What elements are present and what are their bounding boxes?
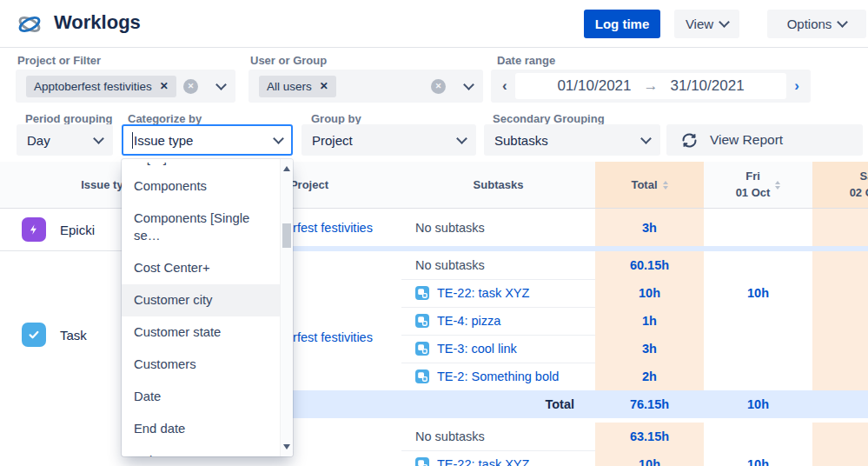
remove-tag-icon[interactable]: ✕	[160, 80, 169, 92]
categorize-by-select[interactable]: Issue type	[122, 124, 293, 156]
total-hours-cell: 3h	[595, 209, 704, 246]
subtask-cell: No subtasks	[401, 209, 595, 246]
total-hours-cell: 63.15h	[595, 423, 704, 450]
period-grouping-value: Day	[27, 133, 50, 148]
dropdown-scrollbar[interactable]	[280, 159, 293, 456]
refresh-icon	[680, 131, 699, 150]
view-report-button[interactable]: View Report	[666, 124, 863, 156]
dropdown-option[interactable]: End date	[122, 413, 280, 445]
scrollbar-thumb[interactable]	[282, 223, 291, 248]
dropdown-option-label: Cost Center+	[134, 261, 210, 275]
sat-hours-cell	[812, 450, 868, 466]
text-cursor	[132, 132, 133, 149]
issue-type-label: Epicki	[60, 223, 95, 237]
dropdown-option-list: …[…] Components Components [Single se… C…	[122, 159, 280, 456]
dropdown-option-label: Components [Single se…	[134, 211, 249, 243]
chevron-down-icon	[837, 17, 848, 28]
remove-tag-icon[interactable]: ✕	[320, 80, 328, 92]
previous-period-button[interactable]: ‹	[498, 77, 512, 95]
fri-header-day: Fri	[745, 169, 760, 185]
sat-hours-cell	[812, 307, 868, 335]
fri-hours-cell: 10h	[704, 450, 812, 466]
sat-hours-cell	[812, 363, 868, 390]
dropdown-option[interactable]: Components	[122, 170, 280, 203]
view-menu-button[interactable]: View	[674, 10, 739, 38]
epic-icon	[22, 217, 46, 242]
project-filter-tag: Apptoberfest festivities ✕	[26, 76, 176, 97]
dropdown-option[interactable]: Epic	[122, 445, 280, 456]
total-hours-cell: 1h	[595, 307, 704, 335]
subtask-label[interactable]: TE-22: task XYZ	[437, 457, 529, 466]
project-filter-select[interactable]: Apptoberfest festivities ✕ ✕	[16, 70, 235, 103]
dropdown-option[interactable]: Date	[122, 381, 280, 413]
column-header-fri-01-oct[interactable]: Fri 01 Oct	[704, 162, 812, 208]
scroll-up-icon[interactable]	[283, 166, 290, 171]
date-range-field[interactable]: 01/10/2021 → 31/10/2021	[515, 73, 787, 99]
dropdown-option[interactable]: Customer state	[122, 316, 280, 349]
options-menu-button[interactable]: Options	[767, 10, 866, 38]
dropdown-option[interactable]: Components [Single se…	[122, 203, 280, 252]
scroll-down-icon[interactable]	[283, 444, 290, 449]
subtask-label: No subtasks	[415, 429, 485, 443]
dropdown-option[interactable]: Customer city	[122, 284, 280, 316]
subtask-icon	[415, 314, 429, 328]
period-grouping-select[interactable]: Day	[17, 124, 113, 156]
categorize-by-label: Categorize by	[128, 112, 202, 125]
sort-icon	[775, 181, 780, 190]
next-period-button[interactable]: ›	[790, 77, 804, 95]
secondary-grouping-select[interactable]: Subtasks	[484, 124, 660, 156]
dropdown-option[interactable]: Cost Center+	[122, 252, 280, 284]
options-menu-label: Options	[787, 17, 832, 31]
total-hours-cell: 60.15h	[595, 251, 704, 279]
total-hours-cell: 3h	[595, 335, 704, 363]
clear-select-icon[interactable]: ✕	[431, 79, 446, 94]
total-header-label: Total	[631, 178, 657, 191]
clear-select-icon[interactable]: ✕	[183, 79, 198, 94]
subtask-cell: TE-22: task XYZ	[401, 450, 595, 466]
chevron-down-icon	[719, 17, 730, 28]
subtask-cell: TE-22: task XYZ	[401, 279, 595, 307]
fri-hours-cell: 10h	[704, 390, 812, 418]
subtask-cell: TE-4: pizza	[401, 307, 595, 335]
sort-icon	[663, 181, 668, 190]
subtask-icon	[415, 286, 429, 300]
view-menu-label: View	[686, 17, 713, 31]
chevron-down-icon	[93, 133, 104, 144]
subtask-label: Total	[545, 397, 574, 411]
subtask-label[interactable]: TE-4: pizza	[437, 314, 500, 328]
fri-header-date: 01 Oct	[736, 185, 771, 202]
user-group-select[interactable]: All users ✕ ✕	[248, 70, 483, 103]
column-header-total[interactable]: Total	[595, 162, 704, 208]
secondary-grouping-label: Secondary Grouping	[493, 112, 605, 125]
sat-hours-cell	[812, 279, 868, 307]
fri-hours-cell	[704, 335, 812, 363]
fri-hours-cell	[704, 307, 812, 335]
log-time-button[interactable]: Log time	[584, 10, 660, 38]
total-hours-cell: 10h	[595, 279, 704, 307]
secondary-grouping-value: Subtasks	[494, 133, 548, 148]
date-range-label: Date range	[497, 54, 555, 67]
subtask-cell: TE-2: Something bold	[401, 363, 595, 390]
chevron-down-icon[interactable]	[215, 79, 227, 90]
subtask-label[interactable]: TE-3: cool link	[437, 342, 517, 356]
sat-hours-cell	[812, 423, 868, 450]
subtask-label[interactable]: TE-2: Something bold	[437, 369, 559, 383]
top-bar: Worklogs Log time View Options	[0, 0, 868, 48]
fri-hours-cell	[704, 209, 812, 246]
sat-header-day: Sa	[860, 169, 868, 185]
subtask-label[interactable]: TE-22: task XYZ	[437, 286, 529, 300]
subtask-cell: TE-3: cool link	[401, 335, 595, 363]
sat-header-date: 02 Oct	[850, 185, 868, 202]
group-by-label: Group by	[311, 112, 361, 125]
date-range-start: 01/10/2021	[557, 77, 631, 95]
date-range-picker: ‹ 01/10/2021 → 31/10/2021 ›	[491, 70, 811, 103]
dropdown-option[interactable]: Customers	[122, 349, 280, 381]
dropdown-option-partial: …[…]	[122, 163, 280, 170]
issue-type-label: Task	[60, 328, 87, 343]
chevron-down-icon	[273, 133, 284, 144]
task-icon	[22, 323, 46, 347]
fri-hours-cell: 10h	[704, 279, 812, 307]
group-by-select[interactable]: Project	[301, 124, 476, 156]
chevron-down-icon[interactable]	[463, 79, 474, 90]
dropdown-option-label: Customer state	[134, 325, 221, 339]
